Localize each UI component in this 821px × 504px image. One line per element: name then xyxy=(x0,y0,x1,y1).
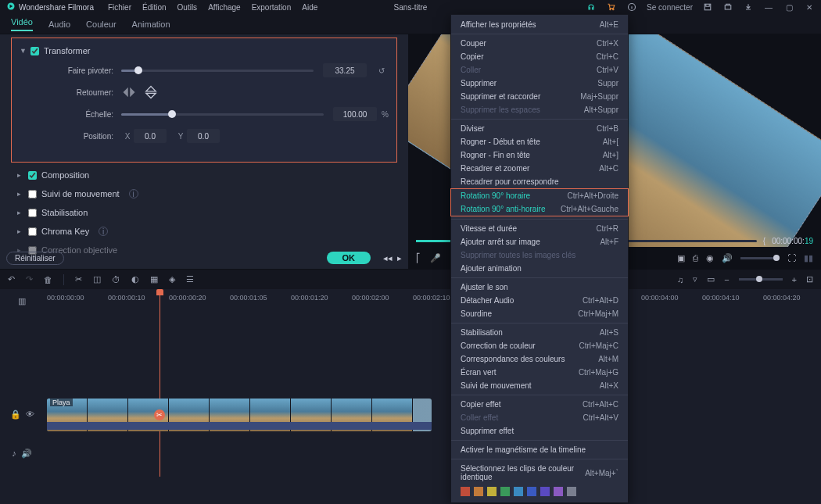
color-swatch[interactable] xyxy=(474,487,483,496)
close-button[interactable]: ✕ xyxy=(804,3,815,12)
collapse-icon[interactable]: ▼ xyxy=(20,47,26,55)
manage-tracks-icon[interactable]: ▥ xyxy=(18,296,26,306)
skip-back-icon[interactable]: ◂◂ xyxy=(383,253,393,263)
rotate-value[interactable]: 33.25 xyxy=(323,63,367,77)
delete-icon[interactable]: 🗑 xyxy=(44,275,52,284)
minimize-button[interactable]: — xyxy=(763,3,774,12)
zoom-fit-icon[interactable]: ⊡ xyxy=(806,274,813,284)
section-chromakey[interactable]: ▸Chroma Keyi xyxy=(0,222,408,241)
pos-x-value[interactable]: 0.0 xyxy=(134,129,167,143)
context-menu-item[interactable]: Rogner - Début en têteAlt+[ xyxy=(451,135,628,148)
redo-icon[interactable]: ↷ xyxy=(26,274,33,284)
rotate-slider[interactable] xyxy=(121,70,314,72)
track-lock-icon[interactable]: 🔒 xyxy=(10,409,21,420)
keyframe-icon[interactable]: ☰ xyxy=(186,274,194,284)
color-swatch[interactable] xyxy=(567,487,576,496)
context-menu-item[interactable]: Copier effetCtrl+Alt+C xyxy=(451,398,628,411)
track-visibility-icon[interactable]: 🔊 xyxy=(21,449,32,459)
zoom-in-icon[interactable]: + xyxy=(792,275,797,284)
context-menu-item[interactable]: Ajuster le son xyxy=(451,281,628,294)
context-menu-item[interactable]: StabilisationAlt+S xyxy=(451,326,628,339)
context-menu-item[interactable]: Supprimer effet xyxy=(451,424,628,438)
context-menu-item[interactable]: Rogner - Fin en têteAlt+] xyxy=(451,148,628,162)
context-menu-item[interactable]: CouperCtrl+X xyxy=(451,37,628,50)
context-menu-item[interactable]: Ajouter arrêt sur imageAlt+F xyxy=(451,235,628,248)
tracking-icon[interactable]: ◈ xyxy=(169,274,175,284)
context-menu-item[interactable]: Activer le magnétisme de la timeline xyxy=(451,443,628,456)
volume-icon[interactable]: 🔊 xyxy=(722,253,733,263)
fit-icon[interactable]: ▣ xyxy=(677,253,685,263)
undo-icon[interactable]: ↶ xyxy=(8,274,15,284)
context-menu-item[interactable]: Sélectionnez les clips de couleur identi… xyxy=(451,462,628,484)
context-menu-item[interactable]: Ajouter animation xyxy=(451,262,628,275)
context-menu-item[interactable]: Rotation 90° anti-horaireCtrl+Alt+Gauche xyxy=(451,202,628,216)
context-menu-item[interactable]: SourdineCtrl+Maj+M xyxy=(451,307,628,320)
context-menu-item[interactable]: Correspondance des couleursAlt+M xyxy=(451,352,628,366)
menu-tools[interactable]: Outils xyxy=(177,3,198,12)
signin-link[interactable]: Se connecter xyxy=(647,3,693,12)
help-icon[interactable]: i xyxy=(129,189,138,198)
context-menu-item[interactable]: Détacher AudioCtrl+Alt+D xyxy=(451,294,628,307)
color-swatch[interactable] xyxy=(500,487,510,496)
reset-button[interactable]: Réinitialiser xyxy=(6,252,64,265)
scale-slider[interactable] xyxy=(121,113,324,116)
color-swatch[interactable] xyxy=(554,487,563,496)
open-icon[interactable] xyxy=(722,2,733,13)
stabilization-checkbox[interactable] xyxy=(28,209,37,217)
section-stabilization[interactable]: ▸Stabilisation xyxy=(0,203,408,222)
voice-icon[interactable]: 🎤 xyxy=(430,253,441,263)
context-menu-item[interactable]: Recadrer pour correspondre xyxy=(451,175,628,188)
volume-slider[interactable] xyxy=(740,257,780,259)
zoom-slider[interactable] xyxy=(739,278,783,281)
cart-icon[interactable] xyxy=(606,2,617,13)
context-menu-item[interactable]: Supprimer et raccorderMaj+Suppr xyxy=(451,90,628,103)
tab-color[interactable]: Couleur xyxy=(86,20,117,29)
record-icon[interactable]: ◉ xyxy=(706,253,714,263)
menu-edit[interactable]: Édition xyxy=(142,3,167,12)
cut-marker-icon[interactable]: ✂ xyxy=(154,409,165,420)
context-menu-item[interactable]: Écran vertCtrl+Maj+G xyxy=(451,366,628,379)
help-icon[interactable]: i xyxy=(99,227,108,236)
tab-audio[interactable]: Audio xyxy=(48,20,70,29)
scale-value[interactable]: 100.00 xyxy=(333,107,377,121)
color-swatch[interactable] xyxy=(527,487,536,496)
context-menu-item[interactable]: SupprimerSuppr xyxy=(451,77,628,90)
maximize-button[interactable]: ▢ xyxy=(783,3,794,12)
flip-vertical-icon[interactable] xyxy=(143,85,159,99)
composition-checkbox[interactable] xyxy=(28,171,37,180)
context-menu-item[interactable]: Correction de couleurCtrl+Maj+C xyxy=(451,339,628,352)
render-icon[interactable]: ▭ xyxy=(707,274,715,284)
track-visibility-icon[interactable]: 👁 xyxy=(26,409,34,419)
mixer-icon[interactable]: ♫ xyxy=(677,275,683,284)
context-menu-item[interactable]: Recadrer et zoomerAlt+C xyxy=(451,162,628,175)
split-icon[interactable]: ✂ xyxy=(75,274,82,284)
flip-horizontal-icon[interactable] xyxy=(121,85,137,99)
zoom-out-icon[interactable]: − xyxy=(724,275,729,284)
context-menu-item[interactable]: Vitesse et duréeCtrl+R xyxy=(451,222,628,235)
ok-button[interactable]: OK xyxy=(327,252,371,264)
timeline-ruler[interactable]: 00:00:00:0000:00:00:1000:00:00:2000:00:0… xyxy=(44,289,821,313)
color-swatch[interactable] xyxy=(461,487,470,496)
save-icon[interactable] xyxy=(702,2,713,13)
rotate-reset-icon[interactable]: ↺ xyxy=(375,66,389,75)
tab-video[interactable]: Vidéo xyxy=(11,17,33,31)
context-menu-item[interactable]: Rotation 90° horaireCtrl+Alt+Droite xyxy=(451,189,628,202)
marker-icon[interactable]: ▿ xyxy=(693,274,697,284)
section-composition[interactable]: ▸Composition xyxy=(0,166,408,184)
menu-file[interactable]: Fichier xyxy=(108,3,131,12)
greenscreen-icon[interactable]: ▦ xyxy=(150,274,158,284)
context-menu-item[interactable]: Suivi de mouvementAlt+X xyxy=(451,379,628,392)
color-swatch[interactable] xyxy=(540,487,550,496)
chromakey-checkbox[interactable] xyxy=(28,227,37,236)
color-swatch[interactable] xyxy=(514,487,523,496)
color-swatch[interactable] xyxy=(487,487,497,496)
timeline-clip[interactable]: Playa xyxy=(47,399,432,431)
tab-animation[interactable]: Animation xyxy=(132,20,170,29)
meter-icon[interactable]: ▮▮ xyxy=(804,253,813,263)
support-icon[interactable] xyxy=(586,2,597,13)
context-menu-item[interactable]: Afficher les propriétésAlt+E xyxy=(451,18,628,31)
snapshot-icon[interactable]: ⎙ xyxy=(693,253,698,263)
menu-view[interactable]: Affichage xyxy=(208,3,241,12)
pos-y-value[interactable]: 0.0 xyxy=(187,129,220,143)
crop-icon[interactable]: ◫ xyxy=(93,274,101,284)
